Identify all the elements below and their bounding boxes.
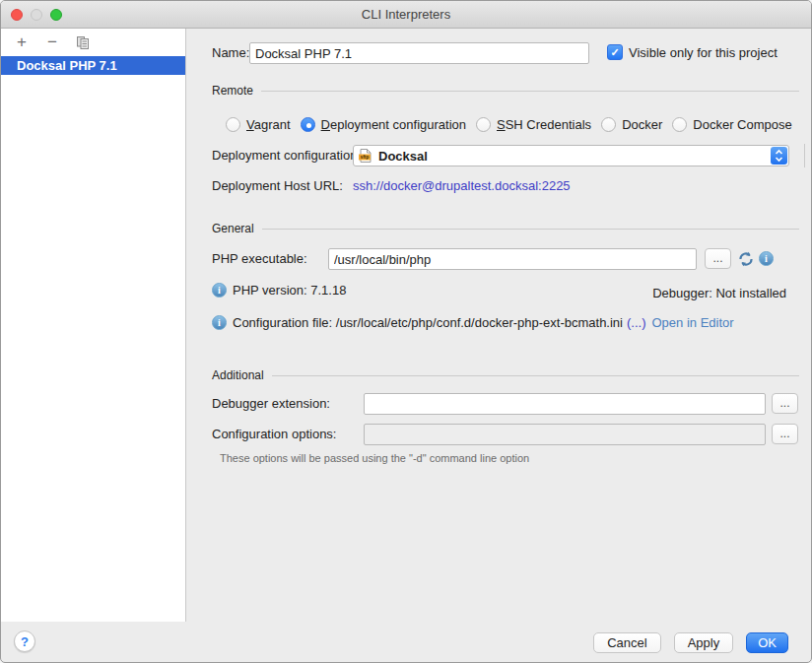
debugger-status-text: Debugger: Not installed (652, 286, 786, 300)
remote-section-header: Remote (212, 84, 799, 98)
debugger-extension-input[interactable] (364, 393, 766, 415)
radio-docker[interactable]: Docker (601, 117, 662, 132)
window-title: CLI Interpreters (1, 7, 811, 22)
deployment-host-url-link[interactable]: ssh://docker@drupaltest.docksal:2225 (353, 178, 571, 193)
general-section-header: General (212, 222, 799, 235)
debugger-extension-browse-button[interactable]: ... (772, 393, 798, 414)
configuration-file-expand-link[interactable]: (...) (627, 315, 646, 330)
list-toolbar: + − (1, 29, 185, 56)
help-button[interactable]: ? (14, 630, 35, 652)
select-stepper-icon[interactable] (771, 147, 787, 165)
general-section-label: General (212, 222, 254, 235)
visible-only-label: Visible only for this project (629, 45, 778, 60)
interpreter-settings-panel: Name: ✓ Visible only for this project Re… (187, 29, 812, 663)
sftp-file-icon: sftp (358, 148, 373, 164)
radio-circle[interactable] (601, 117, 616, 132)
radio-deployment-configuration[interactable]: Deployment configuration (301, 117, 466, 132)
info-icon: i (212, 283, 227, 298)
remote-type-radio-group: Vagrant Deployment configuration SSH Cre… (226, 115, 812, 133)
remove-interpreter-icon[interactable]: − (43, 33, 61, 51)
section-rule (272, 375, 799, 376)
deployment-configuration-select[interactable]: sftp Docksal (353, 145, 789, 166)
configuration-options-label: Configuration options: (212, 427, 336, 441)
radio-vagrant[interactable]: Vagrant (226, 117, 291, 132)
cut-off-browse-button-edge (804, 144, 805, 167)
titlebar: CLI Interpreters (1, 1, 811, 29)
interpreter-name: Docksal PHP 7.1 (17, 58, 117, 73)
ok-button[interactable]: OK (746, 632, 788, 653)
name-input[interactable] (249, 42, 589, 64)
configuration-file-text: Configuration file: /usr/local/etc/php/c… (233, 315, 623, 330)
interpreter-list-item[interactable]: Docksal PHP 7.1 (1, 56, 185, 75)
visible-only-checkbox[interactable]: ✓ (607, 44, 623, 60)
php-executable-label: PHP executable: (212, 251, 307, 266)
radio-circle[interactable] (226, 117, 240, 132)
interpreter-list-panel: + − Docksal PHP 7.1 (1, 29, 186, 622)
cancel-button[interactable]: Cancel (593, 632, 660, 653)
php-version-text: PHP version: 7.1.18 (233, 283, 346, 298)
additional-section-label: Additional (212, 368, 264, 382)
radio-circle-selected[interactable] (301, 117, 315, 132)
configuration-options-input[interactable] (364, 424, 766, 445)
deployment-host-url-label: Deployment Host URL: (212, 178, 343, 193)
info-icon: i (212, 315, 227, 330)
add-interpreter-icon[interactable]: + (13, 33, 31, 51)
deployment-configuration-label: Deployment configuration: (212, 148, 361, 163)
php-info-icon[interactable]: i (759, 251, 774, 266)
debugger-extension-label: Debugger extension: (212, 396, 330, 411)
reload-php-info-icon[interactable] (737, 250, 755, 272)
svg-text:sftp: sftp (361, 155, 370, 160)
php-executable-input[interactable] (328, 248, 697, 270)
radio-ssh-credentials[interactable]: SSH Credentials (476, 117, 591, 132)
configuration-options-note: These options will be passed using the "… (220, 452, 529, 464)
dialog-buttons: Cancel Apply OK (593, 632, 788, 653)
php-executable-browse-button[interactable]: ... (705, 248, 731, 269)
cli-interpreters-dialog: CLI Interpreters + − Docksal PHP 7.1 N (0, 0, 812, 663)
remote-section-label: Remote (212, 84, 253, 98)
configuration-options-browse-button[interactable]: ... (772, 424, 798, 444)
radio-circle[interactable] (476, 117, 491, 132)
copy-interpreter-icon[interactable] (74, 33, 92, 51)
deployment-configuration-value: Docksal (378, 149, 428, 164)
section-rule (262, 229, 799, 230)
name-label: Name: (212, 45, 249, 60)
additional-section-header: Additional (212, 368, 799, 382)
radio-docker-compose[interactable]: Docker Compose (672, 117, 791, 132)
open-in-editor-link[interactable]: Open in Editor (651, 315, 733, 330)
radio-circle[interactable] (672, 117, 687, 132)
section-rule (261, 91, 799, 92)
apply-button[interactable]: Apply (674, 632, 734, 653)
